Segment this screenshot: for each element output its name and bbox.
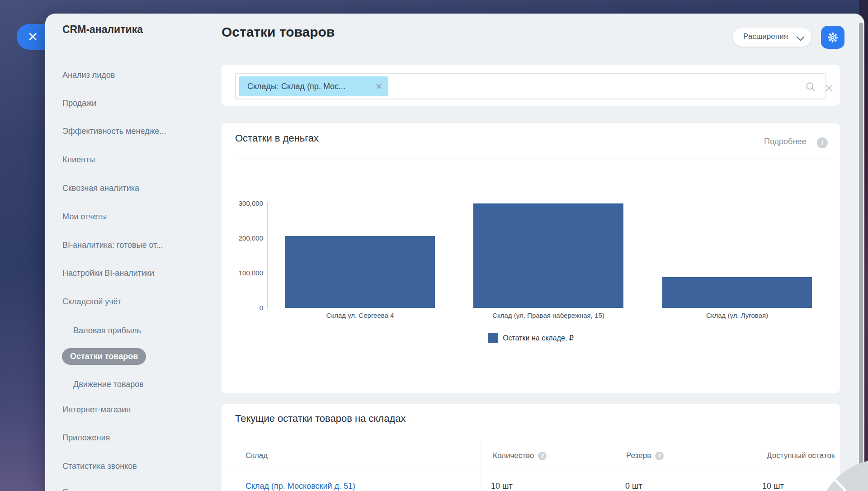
slider-close-button[interactable] — [17, 24, 45, 50]
table-title: Текущие остатки товаров на складах — [235, 413, 406, 425]
help-icon[interactable]: ? — [655, 452, 664, 460]
filter-tag-warehouses[interactable]: Склады: Склад (пр. Мос... — [239, 76, 388, 96]
sidebar-item-bi-analytics[interactable]: BI-аналитика: готовые от... — [62, 241, 163, 250]
clear-search-icon[interactable] — [825, 84, 834, 93]
sidebar-item-online-store[interactable]: Интернет-магазин — [62, 405, 131, 415]
help-icon[interactable]: ? — [538, 452, 547, 460]
gear-icon — [826, 31, 839, 44]
legend-swatch — [488, 333, 498, 343]
page-title: Остатки товаров — [222, 24, 335, 40]
x-label-pravaya-naberezhnaya: Склад (ул. Правая набережная, 15) — [473, 312, 623, 319]
available-cell: 10 шт — [762, 482, 784, 491]
chevron-down-icon — [796, 33, 804, 41]
extensions-button-label: Расширения — [743, 32, 788, 41]
sidebar-item-call-statistics[interactable]: Статистика звонков — [62, 462, 137, 471]
sidebar-item-stock-balance-active[interactable]: Остатки товаров — [62, 348, 146, 365]
tag-remove-icon[interactable] — [376, 83, 382, 90]
button-divider — [790, 31, 790, 43]
y-axis-line — [267, 202, 268, 308]
info-icon[interactable]: i — [817, 137, 828, 148]
details-link[interactable]: Подробнее — [764, 137, 806, 148]
current-stock-card: Текущие остатки товаров на складах Склад… — [222, 404, 840, 491]
column-header-warehouse: Склад — [245, 451, 268, 460]
slider-panel: CRM-аналитика Анализ лидов Продажи Эффек… — [45, 14, 864, 491]
y-tick-100000: 100,000 — [222, 269, 263, 277]
sidebar-item-lead-analysis[interactable]: Анализ лидов — [62, 71, 115, 80]
sidebar-item-warehouse-accounting[interactable]: Складской учёт — [62, 297, 122, 307]
sidebar-item-sales[interactable]: Продажи — [62, 99, 96, 108]
chart-title: Остатки в деньгах — [235, 132, 319, 144]
chart-legend: Остатки на складе, ₽ — [222, 333, 840, 343]
sidebar-item-end-to-end-analytics[interactable]: Сквозная аналитика — [62, 184, 139, 193]
sidebar-title: CRM-аналитика — [62, 24, 143, 36]
x-label-sergeeva: Склад ул. Сергеева 4 — [285, 312, 435, 319]
bar-pravaya-naberezhnaya — [473, 203, 623, 308]
bar-lugovaya — [662, 277, 812, 308]
close-icon — [28, 32, 38, 42]
search-icon[interactable] — [805, 81, 816, 93]
column-header-quantity: Количество ? — [493, 451, 547, 460]
card-divider — [235, 160, 831, 160]
bar-sergeeva — [285, 236, 435, 308]
sidebar-item-manager-efficiency[interactable]: Эффективность менедже... — [62, 127, 166, 136]
warehouse-link[interactable]: Склад (пр. Московский д. 51) — [245, 482, 355, 491]
y-tick-0: 0 — [222, 304, 263, 312]
sidebar-item-my-reports[interactable]: Мои отчеты — [62, 212, 107, 222]
sidebar-item-clients[interactable]: Клиенты — [62, 155, 95, 165]
filter-search-input[interactable]: Склады: Склад (пр. Мос... — [235, 73, 826, 99]
settings-button[interactable] — [821, 26, 844, 49]
column-header-available: Доступный остаток — [767, 451, 835, 460]
sidebar-item-goods-movement[interactable]: Движение товаров — [73, 380, 144, 389]
sidebar-item-bi-settings[interactable]: Настройки BI-аналитики — [62, 269, 154, 278]
sidebar-item-applications[interactable]: Приложения — [62, 433, 110, 443]
quantity-cell: 10 шт — [491, 482, 513, 491]
column-divider — [481, 441, 481, 491]
filter-tag-label: Склады: Склад (пр. Мос... — [247, 82, 345, 91]
y-tick-200000: 200,000 — [222, 234, 263, 242]
panel-scrollbar[interactable] — [859, 23, 863, 491]
filter-card: Склады: Склад (пр. Мос... — [222, 65, 840, 106]
y-tick-300000: 300,000 — [222, 199, 263, 207]
x-label-lugovaya: Склад (ул. Луговая) — [662, 312, 812, 319]
legend-label: Остатки на складе, ₽ — [503, 334, 574, 342]
table-header-row: Склад Количество ? Резерв ? Доступный ос… — [222, 441, 840, 471]
column-header-reserve: Резерв ? — [626, 451, 664, 460]
money-balance-card: Остатки в деньгах Подробнее i 300,000 20… — [222, 123, 840, 393]
sidebar-item-gross-profit[interactable]: Валовая прибыль — [73, 326, 141, 335]
reserve-cell: 0 шт — [625, 482, 642, 491]
extensions-button[interactable]: Расширения — [733, 28, 811, 47]
sidebar-item-clipped[interactable]: С — [62, 487, 68, 491]
